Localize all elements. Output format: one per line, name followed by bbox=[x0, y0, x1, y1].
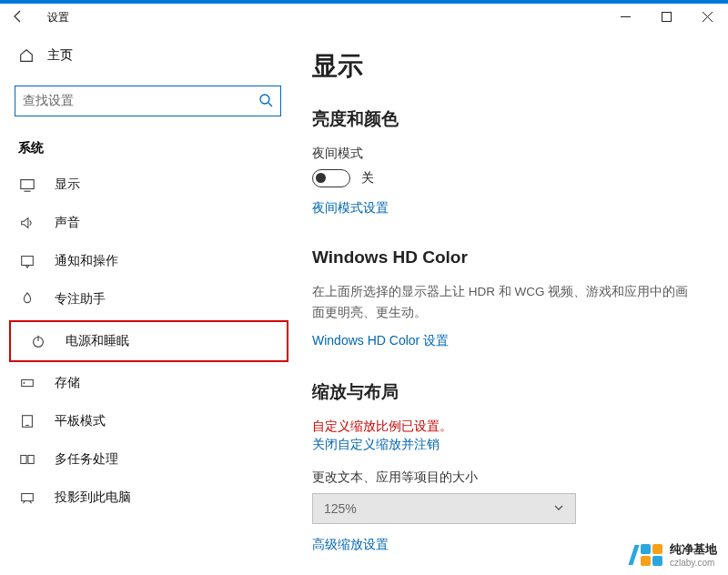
sound-icon bbox=[18, 215, 36, 231]
watermark-brand: 纯净基地 bbox=[670, 542, 717, 556]
sidebar-item-label: 显示 bbox=[55, 177, 80, 193]
svg-rect-17 bbox=[22, 494, 34, 501]
sidebar-item-storage[interactable]: 存储 bbox=[0, 364, 296, 402]
sidebar-item-focus[interactable]: 专注助手 bbox=[0, 280, 296, 318]
notifications-icon bbox=[18, 253, 36, 269]
chevron-down-icon bbox=[553, 501, 564, 516]
sidebar-item-label: 电源和睡眠 bbox=[66, 333, 129, 349]
sidebar-item-display[interactable]: 显示 bbox=[0, 166, 296, 204]
home-icon bbox=[18, 47, 35, 64]
maximize-button[interactable] bbox=[646, 4, 687, 29]
hd-color-heading: Windows HD Color bbox=[312, 247, 701, 267]
watermark: 纯净基地 czlaby.com bbox=[632, 541, 717, 568]
page-title: 显示 bbox=[312, 49, 701, 84]
search-input[interactable]: 查找设置 bbox=[15, 86, 281, 116]
sidebar-group-title: 系统 bbox=[0, 126, 296, 166]
dropdown-value: 125% bbox=[324, 501, 357, 516]
sidebar-item-notifications[interactable]: 通知和操作 bbox=[0, 242, 296, 280]
window-title: 设置 bbox=[47, 10, 69, 25]
display-icon bbox=[18, 177, 36, 193]
sidebar-item-label: 平板模式 bbox=[55, 413, 106, 429]
sidebar: 主页 查找设置 系统 显示 声音 通知和操作 bbox=[0, 31, 296, 575]
svg-rect-16 bbox=[28, 456, 34, 464]
storage-icon bbox=[18, 375, 36, 391]
search-placeholder: 查找设置 bbox=[23, 93, 74, 109]
hd-color-settings-link[interactable]: Windows HD Color 设置 bbox=[312, 333, 701, 349]
svg-rect-6 bbox=[21, 180, 34, 189]
sidebar-item-tablet[interactable]: 平板模式 bbox=[0, 402, 296, 440]
sidebar-item-label: 专注助手 bbox=[55, 291, 106, 308]
multitask-icon bbox=[18, 451, 36, 468]
sidebar-item-label: 多任务处理 bbox=[55, 451, 118, 468]
svg-rect-1 bbox=[662, 12, 672, 21]
svg-point-4 bbox=[260, 95, 269, 104]
watermark-logo bbox=[632, 544, 662, 566]
watermark-url: czlaby.com bbox=[670, 558, 717, 568]
scale-dropdown[interactable]: 125% bbox=[312, 493, 576, 524]
sidebar-item-multitask[interactable]: 多任务处理 bbox=[0, 440, 296, 479]
sidebar-item-project[interactable]: 投影到此电脑 bbox=[0, 479, 296, 517]
svg-point-12 bbox=[24, 382, 25, 384]
close-button[interactable] bbox=[687, 4, 728, 29]
content-pane: 显示 亮度和颜色 夜间模式 关 夜间模式设置 Windows HD Color … bbox=[296, 31, 728, 575]
night-mode-label: 夜间模式 bbox=[312, 146, 701, 162]
scale-heading: 缩放与布局 bbox=[312, 380, 701, 404]
brightness-heading: 亮度和颜色 bbox=[312, 107, 701, 131]
scale-warning: 自定义缩放比例已设置。 bbox=[312, 419, 701, 435]
home-label: 主页 bbox=[47, 47, 73, 64]
sidebar-item-label: 投影到此电脑 bbox=[55, 489, 131, 506]
night-mode-settings-link[interactable]: 夜间模式设置 bbox=[312, 200, 701, 217]
power-icon bbox=[29, 333, 47, 349]
sidebar-item-label: 通知和操作 bbox=[55, 253, 118, 269]
svg-rect-15 bbox=[21, 456, 26, 464]
svg-rect-8 bbox=[22, 257, 34, 266]
night-mode-toggle[interactable] bbox=[312, 169, 350, 187]
sidebar-item-sound[interactable]: 声音 bbox=[0, 204, 296, 242]
minimize-button[interactable] bbox=[605, 4, 646, 29]
sidebar-item-power[interactable]: 电源和睡眠 bbox=[9, 320, 288, 362]
tablet-icon bbox=[18, 413, 36, 429]
project-icon bbox=[18, 489, 36, 506]
focus-icon bbox=[18, 291, 36, 308]
sidebar-item-label: 存储 bbox=[55, 375, 80, 391]
hd-color-description: 在上面所选择的显示器上让 HDR 和 WCG 视频、游戏和应用中的画面更明亮、更… bbox=[312, 282, 701, 324]
size-label: 更改文本、应用等项目的大小 bbox=[312, 469, 701, 486]
svg-line-5 bbox=[268, 103, 272, 106]
toggle-state-text: 关 bbox=[361, 170, 374, 187]
search-icon bbox=[258, 93, 273, 110]
home-button[interactable]: 主页 bbox=[0, 38, 296, 73]
logout-scaling-link[interactable]: 关闭自定义缩放并注销 bbox=[312, 437, 701, 453]
back-button[interactable] bbox=[11, 9, 29, 26]
sidebar-item-label: 声音 bbox=[55, 215, 80, 231]
